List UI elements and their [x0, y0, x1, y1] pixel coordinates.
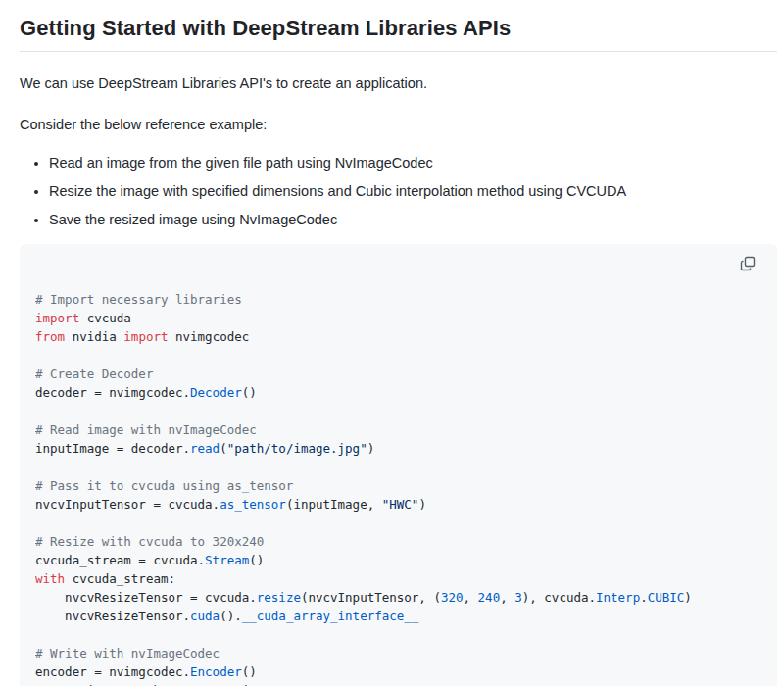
- code-line: cvcuda_stream = cvcuda.Stream(): [35, 551, 761, 569]
- code-line: nvcvInputTensor = cvcuda.as_tensor(input…: [35, 495, 761, 514]
- bullet-list: Read an image from the given file path u…: [20, 155, 777, 227]
- code-line: # Import necessary libraries: [35, 290, 761, 309]
- code-line: output_image_path = "output.jpg": [35, 681, 761, 686]
- code-line: [35, 402, 761, 420]
- code-line: [35, 625, 761, 644]
- page-title: Getting Started with DeepStream Librarie…: [20, 14, 777, 52]
- doc-page: Getting Started with DeepStream Librarie…: [0, 0, 784, 686]
- code-line: # Resize with cvcuda to 320x240: [35, 532, 761, 551]
- code-line: nvcvResizeTensor.cuda().__cuda_array_int…: [35, 607, 761, 625]
- code-line: decoder = nvimgcodec.Decoder(): [35, 383, 761, 402]
- code-line: # Create Decoder: [35, 365, 761, 383]
- code-line: import cvcuda: [35, 309, 761, 327]
- intro-paragraph: We can use DeepStream Libraries API's to…: [20, 74, 777, 93]
- code-line: # Pass it to cvcuda using as_tensor: [35, 476, 761, 495]
- code-content: # Import necessary librariesimport cvcud…: [35, 290, 761, 686]
- list-item: Save the resized image using NvImageCode…: [49, 212, 777, 227]
- code-line: with cvcuda_stream:: [35, 569, 761, 588]
- code-line: [35, 458, 761, 476]
- code-block: # Import necessary librariesimport cvcud…: [20, 244, 777, 686]
- copy-icon: [740, 256, 760, 271]
- code-scroll-area[interactable]: # Import necessary librariesimport cvcud…: [35, 255, 761, 686]
- code-line: [35, 514, 761, 532]
- code-line: nvcvResizeTensor = cvcuda.resize(nvcvInp…: [35, 588, 761, 607]
- code-line: from nvidia import nvimgcodec: [35, 327, 761, 346]
- code-line: # Read image with nvImageCodec: [35, 420, 761, 439]
- code-line: encoder = nvimgcodec.Encoder(): [35, 662, 761, 681]
- code-line: inputImage = decoder.read("path/to/image…: [35, 439, 761, 458]
- subintro-paragraph: Consider the below reference example:: [20, 115, 777, 134]
- code-line: [35, 346, 761, 365]
- code-line: # Write with nvImageCodec: [35, 644, 761, 662]
- list-item: Resize the image with specified dimensio…: [49, 183, 777, 199]
- list-item: Read an image from the given file path u…: [49, 155, 777, 171]
- copy-button[interactable]: [738, 252, 761, 275]
